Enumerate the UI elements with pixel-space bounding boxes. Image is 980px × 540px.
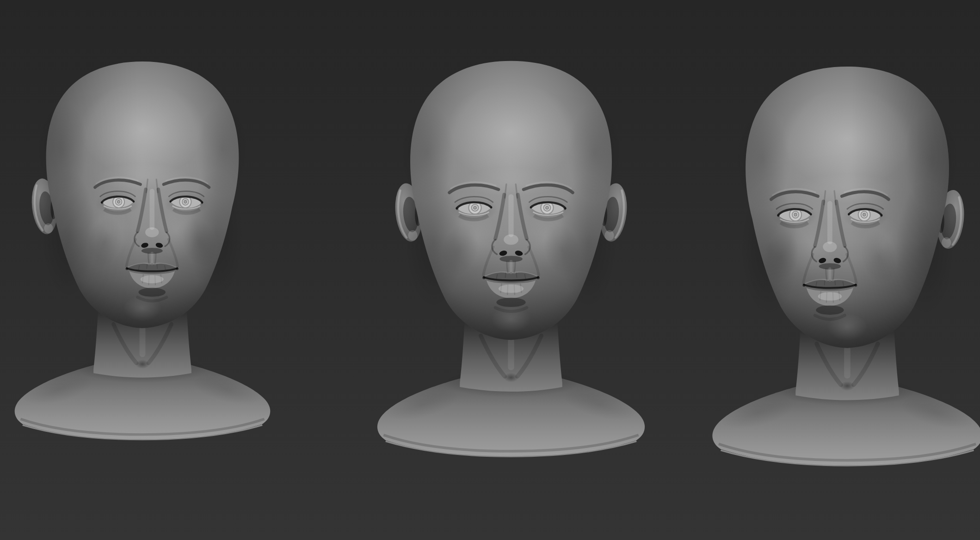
sculpt-viewport[interactable] [0,0,980,540]
head-center-bust[interactable] [377,61,645,456]
viewport-canvas[interactable] [0,0,980,540]
head-right-bust[interactable] [712,67,980,466]
head-left-bust[interactable] [15,61,271,440]
